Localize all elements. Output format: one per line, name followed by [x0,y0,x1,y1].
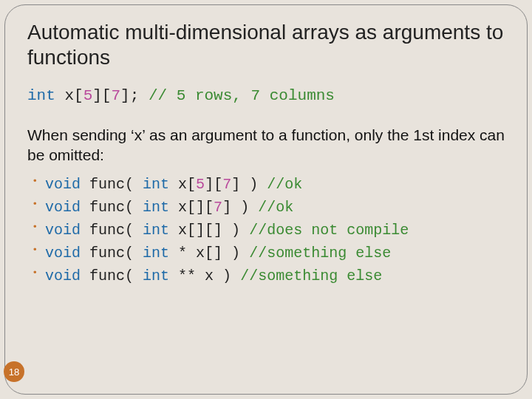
decl-id: x [64,87,74,104]
list-item: void func( int x[][7] ) //ok [45,196,505,219]
kw-int: int [143,176,169,193]
comment: //something else [249,245,391,262]
code-frag: ][ [205,176,222,193]
decl-n1: 5 [83,87,93,104]
fn-name: func( [89,176,134,193]
code-frag: * x[] ) [178,245,240,262]
code-frag: x[][ [178,199,214,216]
num-frag: 7 [214,199,222,216]
comment: //ok [267,176,302,193]
decl-keyword: int [27,87,55,104]
num-frag: 5 [196,176,205,193]
list-item: void func( int * x[] ) //something else [45,242,505,265]
list-item: void func( int x[5][7] ) //ok [45,173,505,196]
slide-frame: Automatic multi-dimensional arrays as ar… [4,4,528,395]
kw-void: void [45,176,81,193]
example-list: void func( int x[5][7] ) //ok void func(… [27,173,505,287]
decl-semi: ; [130,87,140,104]
code-frag: ] ) [222,199,249,216]
kw-void: void [45,199,81,216]
decl-rb1: ] [92,87,102,104]
num-frag: 7 [222,176,231,193]
page-number: 18 [9,366,19,378]
decl-comment: // 5 rows, 7 columns [149,87,335,104]
kw-int: int [143,199,169,216]
fn-name: func( [89,222,134,239]
decl-n2: 7 [111,87,120,104]
decl-rb2: ] [120,87,130,104]
kw-void: void [45,267,81,284]
fn-name: func( [89,245,134,262]
list-item: void func( int ** x ) //something else [45,265,505,287]
kw-int: int [143,245,169,262]
comment: //does not compile [249,222,409,239]
kw-void: void [45,222,81,239]
decl-lb1: [ [74,87,83,104]
fn-name: func( [89,267,134,284]
code-frag: ] ) [231,176,258,193]
body-paragraph: When sending ‘x’ as an argument to a fun… [27,125,505,166]
code-frag: x[][] ) [178,222,240,239]
kw-void: void [45,245,81,262]
code-frag: ** x ) [178,267,231,284]
array-declaration: int x[5][7]; // 5 rows, 7 columns [27,87,505,104]
fn-name: func( [89,199,134,216]
kw-int: int [143,267,169,284]
kw-int: int [143,222,169,239]
code-frag: x[ [178,176,196,193]
comment: //something else [240,267,382,284]
slide-title: Automatic multi-dimensional arrays as ar… [27,20,505,69]
list-item: void func( int x[][] ) //does not compil… [45,219,505,242]
decl-lb2: [ [102,87,112,104]
page-number-badge: 18 [4,361,24,382]
comment: //ok [258,199,293,216]
